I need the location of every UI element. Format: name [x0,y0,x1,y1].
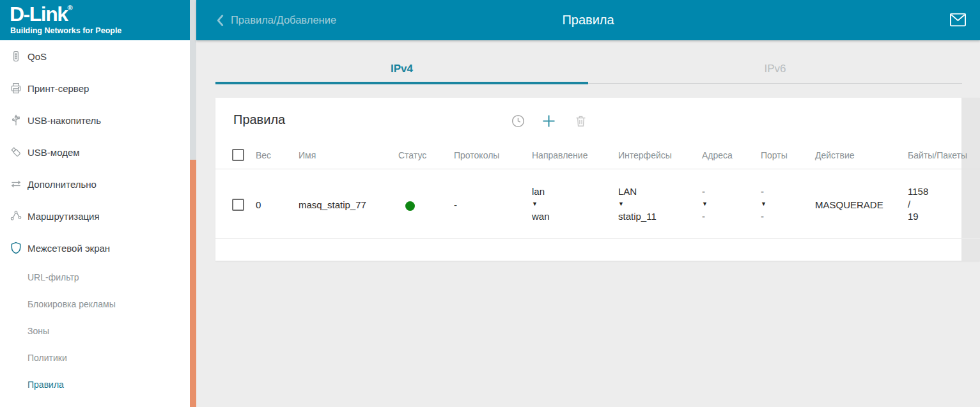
card-title: Правила [233,112,285,127]
breadcrumb[interactable]: Правила/Добавление [215,0,336,40]
col-header-protocols: Протоколы [454,150,499,160]
sidebar-item-label: USB-модем [27,147,80,158]
col-header-interfaces: Интерфейсы [618,150,672,160]
sidebar: D-Link® Building Networks for People QoS… [0,0,190,407]
col-header-bytes-packets: Байты/Пакеты [908,150,967,160]
sidebar-item-label: Межсетевой экран [27,243,110,254]
cell-interfaces: LAN ▼ statip_11 [618,185,657,223]
back-chevron-icon [215,14,225,27]
col-header-direction: Направление [532,150,587,160]
select-all-checkbox[interactable] [232,149,244,161]
sidebar-item-firewall[interactable]: Межсетевой экран [0,232,190,264]
sidebar-subitem-label: Политики [27,353,67,363]
sidebar-subitem-zones[interactable]: Зоны [0,318,190,344]
sidebar-subitem-label: URL-фильтр [27,272,79,282]
address-to: - [702,210,708,223]
sidebar-nav: QoS Принт-сервер USB-накопитель USB-моде… [0,40,190,398]
sidebar-item-qos[interactable]: QoS [0,40,190,72]
cell-direction: lan ▼ wan [532,185,550,223]
bytes-separator: / [908,198,928,211]
mail-button[interactable] [949,12,967,28]
printer-icon [9,81,23,95]
rules-card: Правила Вес Имя Статус Протоколы Направл… [215,98,980,261]
sidebar-item-label: Дополнительно [27,179,97,190]
sidebar-subitem-label: Блокировка рекламы [27,299,116,309]
col-header-name: Имя [299,150,316,160]
table-scroll-gutter [961,98,980,261]
packets-value: 19 [908,210,928,223]
sidebar-item-label: USB-накопитель [27,115,101,126]
registered-mark: ® [68,4,73,12]
breadcrumb-label: Правила/Добавление [231,14,336,26]
app-root: D-Link® Building Networks for People QoS… [0,0,980,407]
logo-tagline: Building Networks for People [10,26,121,35]
qos-icon [9,49,23,63]
dlink-logo: D-Link® Building Networks for People [0,0,190,40]
delete-button[interactable] [572,112,589,130]
down-arrow-icon: ▼ [761,198,766,211]
sidebar-item-label: Маршрутизация [27,211,100,222]
add-rule-button[interactable] [540,112,557,130]
arrows-exchange-icon [9,177,23,191]
col-header-addresses: Адреса [702,150,733,160]
sidebar-item-label: QoS [27,51,47,62]
sidebar-item-usb-storage[interactable]: USB-накопитель [0,104,190,136]
address-from: - [702,185,708,198]
down-arrow-icon: ▼ [532,198,550,211]
port-to: - [761,210,766,223]
row-checkbox[interactable] [232,199,244,211]
cell-action: MASQUERADE [815,199,883,210]
col-header-ports: Порты [761,150,788,160]
port-from: - [761,185,766,198]
cell-weight: 0 [256,199,261,210]
sidebar-item-usb-modem[interactable]: USB-модем [0,136,190,168]
sidebar-item-print-server[interactable]: Принт-сервер [0,72,190,104]
header-divider [215,169,980,169]
usb-storage-icon [9,113,23,127]
sidebar-item-routing[interactable]: Маршрутизация [0,200,190,232]
direction-from: lan [532,185,550,198]
tab-ipv6[interactable]: IPv6 [588,59,962,79]
sidebar-scrollbar-thumb[interactable] [190,160,196,407]
sidebar-item-additional[interactable]: Дополнительно [0,168,190,200]
logo-wordmark: D-Link® [10,3,73,26]
sidebar-subitem-policies[interactable]: Политики [0,344,190,371]
interface-to: statip_11 [618,210,657,223]
col-header-action: Действие [815,150,855,160]
shield-icon [9,241,23,255]
routing-icon [9,209,23,223]
sidebar-subitem-rules[interactable]: Правила [0,371,190,398]
sidebar-item-label: Принт-сервер [27,83,89,94]
col-header-weight: Вес [256,150,271,160]
interface-from: LAN [618,185,657,198]
sidebar-subitem-label: Зоны [27,326,49,336]
cell-protocols: - [454,199,457,210]
tab-ipv4[interactable]: IPv4 [215,59,588,79]
cell-name: masq_statip_77 [299,199,366,210]
sidebar-scrollbar-track [190,0,196,407]
main-content: Правила/Добавление Правила IPv4 IPv6 Пра… [196,0,980,407]
clock-icon[interactable] [509,112,527,130]
logo-text: D-Link [10,3,68,26]
sidebar-subitem-url-filter[interactable]: URL-фильтр [0,264,190,291]
sidebar-subitem-ad-blocking[interactable]: Блокировка рекламы [0,291,190,318]
inactive-tab-underline [588,83,962,84]
top-header-bar: Правила/Добавление Правила [196,0,980,40]
cell-ports: - ▼ - [761,185,766,223]
row-divider [215,238,980,239]
status-enabled-dot [405,201,415,211]
cell-addresses: - ▼ - [702,185,708,223]
col-header-status: Статус [398,150,426,160]
direction-to: wan [532,210,550,223]
down-arrow-icon: ▼ [618,198,657,211]
cell-bytes-packets: 1158 / 19 [908,185,928,223]
active-tab-underline [215,82,588,84]
bytes-value: 1158 [908,185,928,198]
sidebar-subitem-label: Правила [27,380,64,390]
down-arrow-icon: ▼ [702,198,708,211]
usb-modem-icon [9,145,23,159]
